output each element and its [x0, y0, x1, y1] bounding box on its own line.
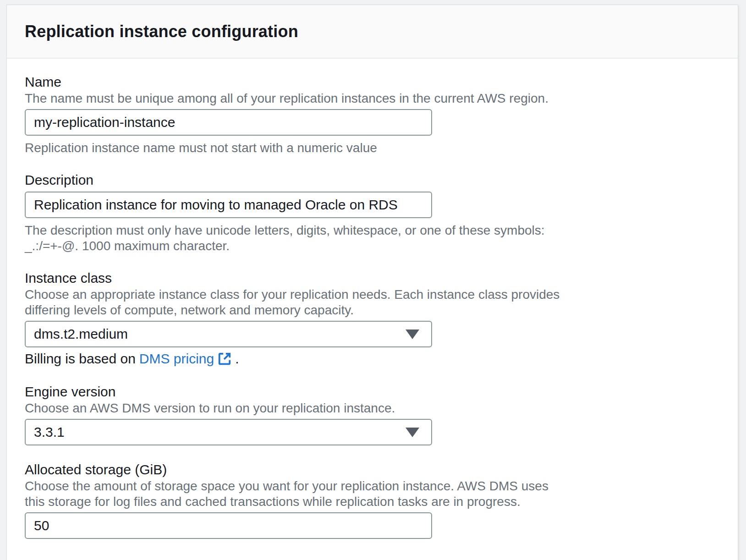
engine-version-select[interactable]: 3.3.1: [25, 419, 432, 445]
engine-version-field-group: Engine version Choose an AWS DMS version…: [25, 383, 560, 445]
name-input[interactable]: [25, 109, 432, 136]
engine-version-description: Choose an AWS DMS version to run on your…: [25, 401, 560, 416]
dms-pricing-link-label: DMS pricing: [139, 350, 214, 368]
instance-class-select[interactable]: dms.t2.medium: [25, 321, 432, 347]
engine-version-label: Engine version: [25, 383, 560, 401]
name-description: The name must be unique among all of you…: [25, 91, 560, 106]
engine-version-selected-value: 3.3.1: [34, 424, 65, 440]
description-input[interactable]: [25, 192, 432, 218]
name-field-group: Name The name must be unique among all o…: [25, 73, 560, 156]
allocated-storage-description: Choose the amount of storage space you w…: [25, 478, 560, 510]
description-field-group: Description The description must only ha…: [25, 171, 560, 254]
instance-class-description: Choose an appropriate instance class for…: [25, 287, 560, 318]
caret-down-icon: [406, 428, 419, 437]
billing-note: Billing is based on DMS pricing .: [25, 350, 560, 368]
instance-class-label: Instance class: [25, 269, 560, 287]
name-label: Name: [25, 73, 560, 91]
panel-body: Name The name must be unique among all o…: [7, 59, 738, 557]
description-constraint-text: The description must only have unicode l…: [25, 223, 560, 254]
name-constraint-text: Replication instance name must not start…: [25, 140, 560, 156]
allocated-storage-label: Allocated storage (GiB): [25, 461, 560, 478]
external-link-icon: [218, 352, 231, 366]
instance-class-selected-value: dms.t2.medium: [34, 326, 128, 342]
panel-title: Replication instance configuration: [25, 22, 298, 41]
description-label: Description: [25, 171, 560, 189]
allocated-storage-field-group: Allocated storage (GiB) Choose the amoun…: [25, 461, 560, 539]
dms-pricing-link[interactable]: DMS pricing: [139, 350, 231, 368]
caret-down-icon: [406, 329, 419, 339]
instance-class-field-group: Instance class Choose an appropriate ins…: [25, 269, 560, 368]
panel-header: Replication instance configuration: [7, 5, 738, 59]
billing-note-prefix: Billing is based on: [25, 350, 136, 368]
billing-note-suffix: .: [235, 350, 239, 368]
allocated-storage-input[interactable]: [25, 512, 432, 539]
replication-instance-configuration-panel: Replication instance configuration Name …: [6, 5, 738, 560]
